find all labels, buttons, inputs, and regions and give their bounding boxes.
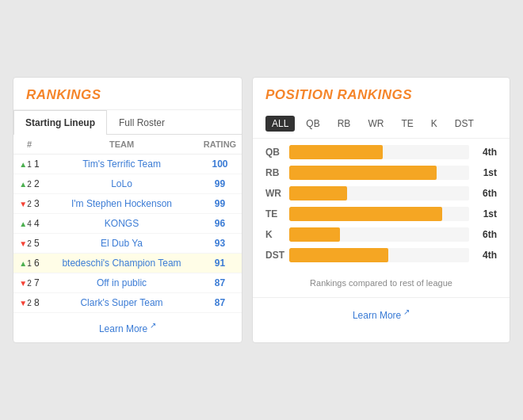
- team-name-cell[interactable]: El Dub Ya: [45, 234, 198, 254]
- table-row: ▲4 4KONGS96: [13, 214, 242, 234]
- pos-rank: 1st: [469, 208, 497, 220]
- change-arrow: ▼: [19, 200, 27, 208]
- change-arrow: ▲: [19, 220, 27, 228]
- position-filter-bar: ALLQBRBWRTEKDST: [253, 109, 510, 139]
- rank-num: 8: [34, 297, 40, 308]
- position-rankings-title: POSITION RANKINGS: [265, 87, 412, 102]
- pos-label: TE: [265, 208, 289, 220]
- position-row-te: TE 1st: [265, 207, 497, 221]
- team-name-cell[interactable]: I'm Stephen Hockenson: [45, 194, 198, 214]
- learn-more-row: Learn More ↗: [13, 313, 242, 342]
- rankings-title: RANKINGS: [26, 87, 101, 102]
- change-num: 2: [27, 279, 32, 288]
- table-row: ▲2 2LoLo99: [13, 174, 242, 194]
- pos-rank: 4th: [469, 147, 497, 158]
- rankings-table: # TEAM RATING ▲1 1Tim's Terrific Team100…: [13, 135, 242, 313]
- pos-label: QB: [265, 147, 289, 158]
- bar-container: [289, 186, 469, 200]
- position-row-wr: WR 6th: [265, 186, 497, 200]
- rank-num: 3: [34, 198, 40, 209]
- change-num: 1: [27, 160, 32, 169]
- position-learn-more-row: Learn More ↗: [253, 301, 510, 327]
- table-row: ▼2 7Off in public87: [13, 273, 242, 293]
- change-num: 1: [27, 259, 32, 268]
- rankings-card: RANKINGS Starting Lineup Full Roster # T…: [13, 77, 242, 343]
- position-rankings-card: POSITION RANKINGS ALLQBRBWRTEKDST QB 4th…: [252, 77, 510, 343]
- pos-filter-btn-rb[interactable]: RB: [331, 116, 357, 132]
- bar: [289, 145, 383, 159]
- change-arrow: ▲: [19, 160, 27, 169]
- rank-num: 5: [34, 238, 40, 249]
- position-external-link-icon: ↗: [401, 307, 410, 316]
- rating-cell: 99: [198, 174, 242, 194]
- learn-more-text: Learn More: [99, 323, 147, 334]
- rating-cell: 87: [198, 273, 242, 293]
- change-num: 2: [27, 200, 32, 208]
- rank-num: 6: [34, 258, 40, 269]
- table-row: ▼2 5El Dub Ya93: [13, 234, 242, 254]
- pos-filter-btn-wr[interactable]: WR: [361, 116, 390, 132]
- tab-full-roster[interactable]: Full Roster: [107, 110, 177, 135]
- pos-filter-btn-te[interactable]: TE: [395, 116, 419, 132]
- change-arrow: ▼: [19, 279, 27, 288]
- bar: [289, 166, 437, 180]
- bar: [289, 186, 347, 200]
- team-name-cell[interactable]: Tim's Terrific Team: [45, 155, 198, 174]
- external-link-icon: ↗: [147, 321, 156, 330]
- rankings-learn-more-link[interactable]: Learn More ↗: [99, 323, 156, 334]
- change-arrow: ▼: [19, 239, 27, 248]
- rating-cell: 87: [198, 293, 242, 313]
- pos-rank: 4th: [469, 250, 497, 261]
- divider: [253, 297, 510, 298]
- pos-filter-btn-dst[interactable]: DST: [449, 116, 480, 132]
- team-name-cell[interactable]: Clark's Super Team: [45, 293, 198, 313]
- tab-starting-lineup[interactable]: Starting Lineup: [13, 110, 107, 135]
- rating-cell: 99: [198, 194, 242, 214]
- rankings-note: Rankings compared to rest of league: [253, 275, 510, 294]
- change-num: 2: [27, 239, 32, 248]
- col-header-team: TEAM: [45, 135, 198, 155]
- table-row: ▼2 3I'm Stephen Hockenson99: [13, 194, 242, 214]
- change-arrow: ▲: [19, 259, 27, 268]
- bar-container: [289, 145, 469, 159]
- pos-label: WR: [265, 188, 289, 199]
- pos-filter-btn-k[interactable]: K: [425, 116, 444, 132]
- team-name-cell[interactable]: LoLo: [45, 174, 198, 194]
- team-name-cell[interactable]: KONGS: [45, 214, 198, 234]
- col-header-rank: #: [13, 135, 45, 155]
- pos-filter-btn-all[interactable]: ALL: [265, 116, 295, 132]
- change-num: 2: [27, 299, 32, 307]
- rating-cell: 100: [198, 155, 242, 174]
- table-row: ▼2 8Clark's Super Team87: [13, 293, 242, 313]
- change-arrow: ▼: [19, 299, 27, 307]
- pos-label: RB: [265, 167, 289, 178]
- bar-container: [289, 166, 469, 180]
- rank-num: 2: [34, 178, 40, 189]
- pos-rank: 6th: [469, 188, 497, 199]
- position-rows: QB 4th RB 1st WR 6th TE 1st K 6th DST 4: [253, 139, 510, 275]
- pos-filter-btn-qb[interactable]: QB: [300, 116, 326, 132]
- position-rankings-header: POSITION RANKINGS: [253, 78, 510, 109]
- position-learn-more-link[interactable]: Learn More ↗: [353, 310, 410, 321]
- rankings-header: RANKINGS: [13, 78, 242, 110]
- bar: [289, 207, 442, 221]
- rank-num: 1: [34, 158, 40, 170]
- rating-cell: 96: [198, 214, 242, 234]
- bar-container: [289, 248, 469, 262]
- col-header-rating: RATING: [198, 135, 242, 155]
- table-row: ▲1 6btedeschi's Champion Team91: [13, 254, 242, 273]
- table-row: ▲1 1Tim's Terrific Team100: [13, 155, 242, 174]
- rating-cell: 91: [198, 254, 242, 273]
- bar-container: [289, 207, 469, 221]
- team-name-cell[interactable]: btedeschi's Champion Team: [45, 254, 198, 273]
- team-name-cell[interactable]: Off in public: [45, 273, 198, 293]
- bar-container: [289, 227, 469, 242]
- change-num: 2: [27, 180, 32, 189]
- position-row-k: K 6th: [265, 227, 497, 242]
- change-arrow: ▲: [19, 180, 27, 189]
- pos-rank: 6th: [469, 229, 497, 240]
- rank-num: 7: [34, 277, 40, 288]
- change-num: 4: [27, 220, 32, 228]
- position-row-qb: QB 4th: [265, 145, 497, 159]
- pos-label: K: [265, 229, 289, 240]
